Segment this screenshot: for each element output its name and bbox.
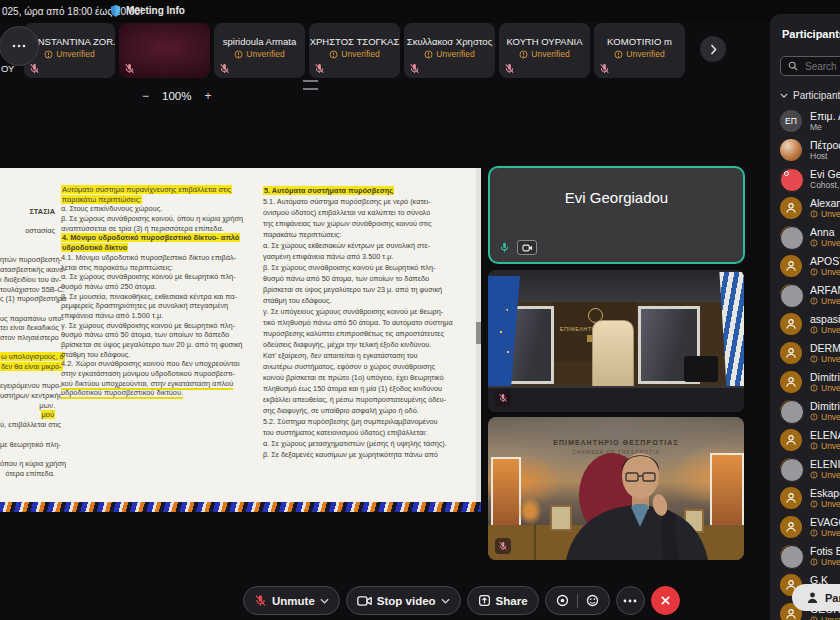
doc-line: ρεμφερείς δραστηριότητες με συνολική στε… (61, 301, 228, 310)
doc-line: Κατ' εξαίρεση, δεν απαιτείται η εγκατάστ… (263, 351, 418, 360)
doc-line: ητών πυροσβεστή- (0, 255, 62, 264)
zoom-in-button[interactable]: + (204, 89, 211, 103)
avatar (780, 458, 802, 480)
participant-name: Evi Georgiad (810, 168, 840, 180)
participant-row[interactable]: Πέτρος Zou Host (770, 135, 840, 164)
shield-icon (110, 4, 121, 17)
stop-video-button[interactable]: Stop video (346, 586, 461, 615)
muted-mic-icon (599, 63, 610, 74)
tile-name: Σκυλλακοσ Χρηστος (404, 36, 495, 47)
muted-mic-icon (219, 63, 230, 74)
doc-line: σης διαφυγής, σε υπαίθριο ασφαλή χώρο ή … (263, 406, 419, 415)
video-feed-office[interactable]: ΕΠΙΜΕΛΗΤΗΡΙΟ ΑΧΑΪΑΣ (488, 270, 744, 412)
participants-section-toggle[interactable]: Participants (10 (780, 90, 840, 101)
doc-right-column: 5. Αυτόματα συστήματα πυρόσβεσης5.1. Αυτ… (263, 185, 474, 460)
participant-row[interactable]: ELENI NTOU Unverified (770, 454, 840, 483)
participant-row[interactable]: Fotis Bougas Unverified (770, 541, 840, 570)
participant-name: ELENA RAPT (810, 429, 840, 441)
record-icon[interactable] (556, 594, 569, 607)
avatar (780, 545, 802, 567)
participant-row[interactable]: Anna Unverified (770, 222, 840, 251)
unmute-button[interactable]: Unmute (243, 586, 340, 615)
person-icon (785, 521, 797, 533)
shared-document[interactable]: ΣΤΑΣΙΑοστασίαςητών πυροσβεστή-ατασβεστικ… (0, 168, 481, 512)
participant-row[interactable]: aspasia Unverified (770, 309, 840, 338)
unverified-icon (424, 50, 433, 59)
unverified-icon (810, 384, 818, 392)
participant-tile[interactable]: ΧΡΗΣΤΟΣ ΤΣΟΓΚΑΣ Unverified (309, 23, 400, 78)
cut-participant-avatar[interactable] (0, 26, 39, 66)
participant-name: Dimitrios Ble (810, 400, 840, 412)
participant-status: Unverified (821, 354, 840, 364)
doc-line: γασμένη επιφάνεια πάνω από 3.500 τ.μ. (263, 252, 393, 261)
search-icon (788, 61, 798, 71)
participant-status: Unverified (821, 296, 840, 306)
avatar (780, 371, 802, 393)
document-scrollbar[interactable] (476, 168, 481, 512)
chevron-down-icon[interactable] (320, 598, 329, 604)
unverified-icon (519, 50, 528, 59)
participant-row[interactable]: Dimitrios Ble Unverified (770, 396, 840, 425)
doc-line: λεται στις παρακάτω περιπτώσεις: (61, 263, 173, 272)
speaker-person (488, 417, 744, 560)
participant-status: Unverified (821, 499, 840, 509)
doc-line: θυσμό πάνω από 250 άτομα. (61, 282, 157, 291)
doc-line: βρίσκεται σε ύψος μεγαλύτερο των 23 μ. α… (263, 285, 442, 294)
filmstrip-next-button[interactable] (700, 36, 726, 62)
participant-row[interactable]: ELENA RAPT Unverified (770, 425, 840, 454)
cut-participant-name: ΟΥ (1, 63, 14, 74)
doc-line: επιφάνεια πάνω από 1.500 τ.μ. (61, 311, 163, 320)
phone-icon (780, 284, 804, 308)
participant-row[interactable]: DERMATIS.H Unverified (770, 338, 840, 367)
participant-row[interactable]: EG Evi Georgiad (770, 164, 840, 193)
more-options-button[interactable] (616, 586, 645, 615)
participant-name: Eskape Digit (810, 487, 840, 499)
participant-row[interactable]: ΕΠ Επιμ. Αχαΐα (770, 106, 840, 135)
video-feed-speaker[interactable]: ΕΠΙΜΕΛΗΤΗΡΙΟ ΘΕΣΠΡΩΤΙΑΣ CHAMBER OF THESP… (488, 417, 744, 560)
participant-row[interactable]: Dimitrios Unverified (770, 367, 840, 396)
search-input[interactable] (803, 60, 840, 73)
muted-mic-icon (254, 594, 267, 607)
leave-meeting-button[interactable] (651, 586, 680, 615)
camera-icon (357, 595, 372, 607)
participant-tile[interactable]: KOMOTIRIO m Unverified (594, 23, 685, 78)
filmstrip-drag-handle[interactable] (303, 80, 318, 90)
doc-line: οδεύσεις διαφυγής, μέχρι την τελική έξοδ… (263, 340, 431, 349)
chevron-right-icon (710, 44, 717, 55)
participant-row[interactable]: ARFAN ALI Unverified (770, 280, 840, 309)
doc-line: ανωτέρω συστήματος, εφόσον ο χώρος συνάθ… (263, 362, 435, 371)
participant-row[interactable]: Alexandros Unverified (770, 193, 840, 222)
zoom-out-button[interactable]: − (142, 89, 149, 103)
unverified-label: Unverified (56, 49, 94, 59)
participant-status: Unverified (821, 470, 840, 480)
participants-panel-button[interactable]: Participants (792, 584, 840, 611)
reactions-smiley-icon[interactable] (586, 594, 599, 607)
unverified-label: Unverified (626, 49, 664, 59)
participant-row[interactable]: APOSTOLOS Unverified (770, 251, 840, 280)
participant-tile[interactable]: ΚΟΥΤΗ ΟΥΡΑΝΙΑ Unverified (499, 23, 590, 78)
meeting-info-button[interactable]: Meeting Info (110, 4, 185, 17)
participant-status: Host (810, 151, 827, 161)
share-icon (478, 594, 491, 607)
participant-row[interactable]: Eskape Digit Unverified (770, 483, 840, 512)
tile-name: spiridoula Armata (214, 36, 305, 47)
participant-tile[interactable]: Σκυλλακοσ Χρηστος Unverified (404, 23, 495, 78)
zoom-level[interactable]: 100% (162, 90, 191, 102)
stop-video-label: Stop video (377, 595, 436, 607)
active-speaker-tile[interactable]: Evi Georgiadou (488, 166, 745, 264)
participant-search[interactable] (780, 56, 840, 76)
person-icon (806, 591, 819, 604)
doc-line: αναπτύσσεται σε τρία (3) ή περισσότερα ε… (61, 224, 224, 233)
participant-row[interactable]: EVAGGELOS Unverified (770, 512, 840, 541)
avatar-initials: ΕΠ (785, 116, 797, 126)
participant-tile[interactable] (119, 23, 210, 78)
doc-middle-column: Αυτόματο σύστημα πυρανίχνευσης επιβάλλετ… (61, 185, 260, 398)
participant-tile[interactable]: spiridoula Armata Unverified (214, 23, 305, 78)
muted-indicator (495, 538, 511, 554)
doc-line: β. Σε χώρους συνάθροισης κοινού, όπου η … (61, 214, 243, 223)
camera-icon (522, 244, 533, 252)
share-button[interactable]: Share (467, 586, 539, 615)
doc-line: παρακάτω περιπτώσεις: (263, 230, 341, 239)
scrollbar-thumb[interactable] (476, 322, 481, 344)
chevron-down-icon[interactable] (441, 598, 450, 604)
